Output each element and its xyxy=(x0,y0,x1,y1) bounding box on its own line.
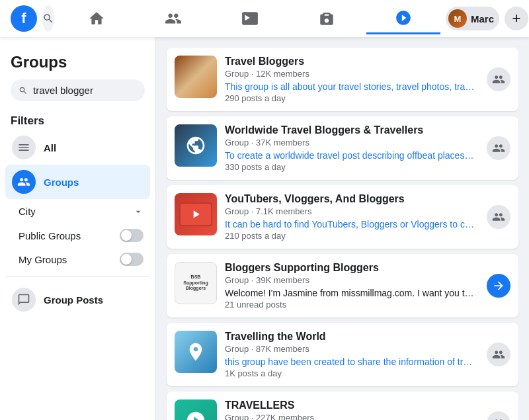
group-info-5: Travelling the World Group · 87K members… xyxy=(225,331,479,378)
facebook-logo[interactable]: f xyxy=(11,5,37,32)
nav-search-btn[interactable] xyxy=(42,5,54,32)
group-name-4[interactable]: Bloggers Supporting Bloggers xyxy=(225,262,479,274)
group-desc-3: It can be hard to find YouTubers, Blogge… xyxy=(225,219,476,230)
groups-icon-wrap xyxy=(12,170,36,194)
group-info-6: TRAVELLERS Group · 227K members WELCOME … xyxy=(225,399,479,420)
group-action-5[interactable] xyxy=(487,343,510,366)
my-groups-label: My Groups xyxy=(19,254,67,265)
search-wrap xyxy=(11,79,145,101)
group-meta-2: Group · 37K members xyxy=(225,138,479,147)
sidebar-item-group-posts[interactable]: Group Posts xyxy=(5,282,150,317)
add-btn[interactable]: + xyxy=(505,7,528,30)
group-card-3: YouTubers, Vloggers, And Bloggers Group … xyxy=(167,185,518,249)
subfilter-my-groups: My Groups xyxy=(5,247,150,271)
group-desc-1: This group is all about your travel stor… xyxy=(225,81,476,92)
group-action-2[interactable] xyxy=(487,136,510,160)
group-posts-2: 330 posts a day xyxy=(225,162,479,172)
page-layout: Groups Filters All Groups City xyxy=(0,37,529,420)
group-info-3: YouTubers, Vloggers, And Bloggers Group … xyxy=(225,193,479,241)
sidebar-item-group-posts-label: Group Posts xyxy=(44,294,103,306)
group-posts-3: 210 posts a day xyxy=(225,231,479,241)
nav-watch-btn[interactable] xyxy=(213,3,287,34)
group-meta-5: Group · 87K members xyxy=(225,344,479,354)
group-desc-2: To create a worldwide travel post descri… xyxy=(225,150,476,161)
user-avatar[interactable]: M Marc xyxy=(446,7,499,30)
sidebar-item-groups-label: Groups xyxy=(44,177,79,188)
sidebar-title: Groups xyxy=(5,48,150,79)
group-action-6[interactable] xyxy=(487,411,510,420)
group-thumb-4: BSBSupportingBloggers xyxy=(175,262,217,304)
group-action-3[interactable] xyxy=(487,205,510,229)
group-name-1[interactable]: Travel Bloggers xyxy=(225,56,479,67)
group-card-2: Worldwide Travel Bloggers & Travellers G… xyxy=(167,116,518,180)
search-input[interactable] xyxy=(33,85,137,96)
group-thumb-3 xyxy=(175,193,217,235)
group-action-1[interactable] xyxy=(487,67,510,91)
group-info-4: Bloggers Supporting Bloggers Group · 39K… xyxy=(225,262,479,310)
join-icon-1 xyxy=(492,73,505,86)
watch-icon xyxy=(241,10,259,27)
user-name: Marc xyxy=(471,13,494,24)
group-thumb-2 xyxy=(175,124,217,167)
group-info-1: Travel Bloggers Group · 12K members This… xyxy=(225,56,479,103)
join-icon-3 xyxy=(492,210,505,224)
group-name-5[interactable]: Travelling the World xyxy=(225,331,479,343)
nav-friends-btn[interactable] xyxy=(136,3,210,34)
public-groups-toggle[interactable] xyxy=(120,229,143,242)
nav-groups-btn[interactable] xyxy=(366,3,440,34)
group-action-4[interactable] xyxy=(487,274,510,298)
group-posts-icon-wrap xyxy=(12,288,36,312)
chevron-down-icon xyxy=(133,206,143,217)
groups-icon xyxy=(395,9,412,26)
group-card-6: TRAVELLERS Group · 227K members WELCOME … xyxy=(167,392,518,420)
subfilter-city[interactable]: City xyxy=(5,199,150,224)
sidebar-search-icon xyxy=(19,85,28,96)
group-thumb-6 xyxy=(175,399,217,420)
group-name-2[interactable]: Worldwide Travel Bloggers & Travellers xyxy=(225,124,479,136)
filters-label: Filters xyxy=(5,109,150,130)
my-groups-toggle[interactable] xyxy=(120,253,143,266)
join-icon-2 xyxy=(492,142,505,155)
group-posts-icon xyxy=(17,293,30,306)
sidebar: Groups Filters All Groups City xyxy=(0,37,156,420)
nav-home-btn[interactable] xyxy=(60,3,134,34)
search-icon xyxy=(42,13,54,24)
group-info-2: Worldwide Travel Bloggers & Travellers G… xyxy=(225,124,479,172)
groups-side-icon xyxy=(17,175,30,189)
group-meta-6: Group · 227K members xyxy=(225,413,479,420)
group-card-4: BSBSupportingBloggers Bloggers Supportin… xyxy=(167,254,518,317)
city-label: City xyxy=(19,206,36,217)
group-posts-5: 1K posts a day xyxy=(225,368,479,378)
group-posts-4: 21 unread posts xyxy=(225,300,479,310)
sidebar-item-all[interactable]: All xyxy=(5,130,150,165)
group-posts-1: 290 posts a day xyxy=(225,93,479,103)
public-groups-label: Public Groups xyxy=(19,230,81,241)
group-desc-5: this group have been created to share th… xyxy=(225,357,476,367)
top-nav: f M Marc + xyxy=(0,0,529,37)
sidebar-item-groups[interactable]: Groups xyxy=(5,165,150,199)
group-card-5: Travelling the World Group · 87K members… xyxy=(167,323,518,386)
nav-marketplace-btn[interactable] xyxy=(290,3,364,34)
main-content: Travel Bloggers Group · 12K members This… xyxy=(156,37,529,420)
group-meta-1: Group · 12K members xyxy=(225,69,479,79)
group-thumb-5 xyxy=(175,331,217,373)
join-icon-6 xyxy=(492,417,505,420)
arrow-icon-4 xyxy=(492,279,505,292)
group-card-1: Travel Bloggers Group · 12K members This… xyxy=(167,48,518,111)
friends-icon xyxy=(165,10,182,27)
sidebar-item-all-label: All xyxy=(44,142,56,153)
group-name-3[interactable]: YouTubers, Vloggers, And Bloggers xyxy=(225,193,479,205)
group-meta-3: Group · 7.1K members xyxy=(225,206,479,216)
join-icon-5 xyxy=(492,348,505,361)
marketplace-icon xyxy=(318,10,335,27)
all-icon-wrap xyxy=(12,136,36,159)
group-desc-4: Welcome! I'm Jasmine from missmillmag.co… xyxy=(225,288,476,298)
group-thumb-1 xyxy=(175,56,217,98)
home-icon xyxy=(88,10,105,27)
group-meta-4: Group · 39K members xyxy=(225,275,479,285)
subfilter-public-groups: Public Groups xyxy=(5,224,150,247)
all-icon xyxy=(17,141,30,154)
group-name-6[interactable]: TRAVELLERS xyxy=(225,399,479,411)
